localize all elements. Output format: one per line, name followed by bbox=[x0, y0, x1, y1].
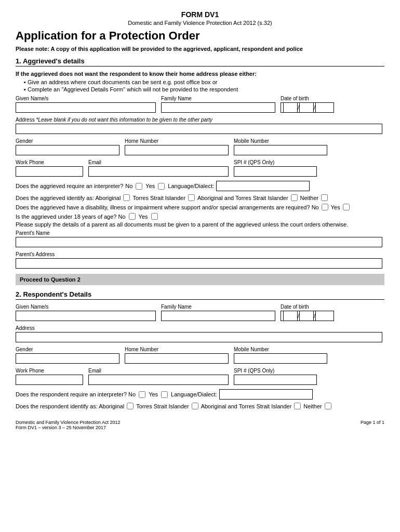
resp-gender-phone-row: Gender Home Number Mobile Number bbox=[16, 347, 384, 364]
resp-given-name-label: Given Name/s bbox=[16, 304, 156, 310]
resp-mobile-label: Mobile Number bbox=[234, 347, 327, 352]
dob-field: / / bbox=[281, 102, 332, 113]
parent-name-group: Parent's Name bbox=[16, 230, 384, 247]
aggrieved-home-number-input[interactable] bbox=[125, 145, 229, 155]
instruction-text: If the aggrieved does not want the respo… bbox=[16, 71, 384, 77]
email-label: Email bbox=[88, 159, 229, 165]
email-group: Email bbox=[88, 159, 229, 177]
resp-spi-label: SPI # (QPS Only) bbox=[234, 368, 317, 374]
disability-yes-checkbox[interactable] bbox=[343, 204, 350, 210]
under18-no-checkbox[interactable] bbox=[129, 213, 136, 220]
resp-family-name-group: Family Name bbox=[161, 304, 275, 321]
aggrieved-spi-input[interactable] bbox=[234, 166, 317, 177]
resp-identify-label: Does the respondent identify as: Aborigi… bbox=[16, 403, 124, 409]
parent-name-label: Parent's Name bbox=[16, 230, 384, 236]
under18-yes-checkbox[interactable] bbox=[151, 213, 158, 220]
interpreter-yes-checkbox[interactable] bbox=[158, 183, 165, 190]
resp-aboriginal-torres-label: Aboriginal and Torres Strait Islander bbox=[201, 403, 292, 409]
resp-family-name-label: Family Name bbox=[161, 304, 275, 310]
parent-name-input[interactable] bbox=[16, 237, 382, 247]
disability-no-checkbox[interactable] bbox=[322, 204, 328, 210]
respondent-family-name-input[interactable] bbox=[161, 311, 275, 321]
address-label: Address *Leave blank if you do not want … bbox=[16, 117, 384, 123]
respondent-work-phone-input[interactable] bbox=[16, 375, 83, 385]
footer: Domestic and Family Violence Protection … bbox=[16, 420, 384, 430]
respondent-lang-dialect-input[interactable] bbox=[219, 389, 313, 400]
resp-interpreter-label: Does the respondent require an interpret… bbox=[16, 391, 136, 397]
resp-dob-day-input[interactable] bbox=[283, 311, 298, 321]
dob-group: Date of birth / / bbox=[281, 96, 332, 113]
proceed-label: Proceed to Question 2 bbox=[20, 276, 81, 283]
resp-torres-checkbox[interactable] bbox=[192, 403, 198, 409]
work-email-spi-row: Work Phone Email SPI # (QPS Only) bbox=[16, 159, 384, 177]
parent-address-input[interactable] bbox=[16, 258, 382, 269]
resp-dob-label: Date of birth bbox=[281, 304, 332, 310]
aggrieved-email-input[interactable] bbox=[88, 166, 229, 177]
resp-interpreter-yes-checkbox[interactable] bbox=[161, 391, 168, 398]
torres-checkbox[interactable] bbox=[188, 194, 195, 201]
respondent-mobile-input[interactable] bbox=[234, 353, 327, 364]
aboriginal-torres-label: Aboriginal and Torres Strait Islander bbox=[197, 195, 288, 201]
neither-checkbox[interactable] bbox=[321, 194, 328, 201]
respondent-spi-input[interactable] bbox=[234, 375, 317, 385]
under18-yes-label: Yes bbox=[139, 214, 148, 220]
home-number-label: Home Number bbox=[125, 138, 229, 144]
aggrieved-lang-dialect-input[interactable] bbox=[216, 181, 310, 191]
app-title: Application for a Protection Order bbox=[16, 29, 384, 43]
aboriginal-checkbox[interactable] bbox=[123, 194, 130, 201]
resp-neither-checkbox[interactable] bbox=[325, 403, 331, 409]
respondent-address-input[interactable] bbox=[16, 332, 382, 342]
resp-interpreter-no-checkbox[interactable] bbox=[139, 391, 145, 398]
aggrieved-given-name-input[interactable] bbox=[16, 102, 156, 113]
dob-day-input[interactable] bbox=[283, 102, 298, 113]
aggrieved-work-phone-input[interactable] bbox=[16, 166, 83, 177]
resp-name-dob-row: Given Name/s Family Name Date of birth /… bbox=[16, 304, 384, 321]
respondent-given-name-input[interactable] bbox=[16, 311, 156, 321]
aggrieved-mobile-input[interactable] bbox=[234, 145, 327, 155]
parent-address-group: Parent's Address bbox=[16, 251, 384, 269]
aggrieved-gender-input[interactable] bbox=[16, 145, 119, 155]
resp-email-group: Email bbox=[88, 368, 229, 385]
under18-label: Is the aggrieved under 18 years of age? … bbox=[16, 214, 126, 220]
parent-address-label: Parent's Address bbox=[16, 251, 384, 257]
respondent-home-number-input[interactable] bbox=[125, 353, 229, 364]
aggrieved-family-name-input[interactable] bbox=[161, 102, 275, 113]
resp-home-number-group: Home Number bbox=[125, 347, 229, 364]
respondent-email-input[interactable] bbox=[88, 375, 229, 385]
family-name-label: Family Name bbox=[161, 96, 275, 101]
disability-yes-label: Yes bbox=[331, 204, 340, 210]
footer-left-line2: Form DV1 – version 3 – 25 November 2017 bbox=[16, 425, 120, 430]
dob-month-input[interactable] bbox=[299, 102, 314, 113]
resp-aboriginal-checkbox[interactable] bbox=[127, 403, 134, 409]
resp-email-label: Email bbox=[88, 368, 229, 374]
disability-row: Does the aggrieved have a disability, il… bbox=[16, 204, 384, 210]
aboriginal-torres-checkbox[interactable] bbox=[291, 194, 298, 201]
lang-dialect-label: Language/Dialect: bbox=[168, 183, 214, 189]
resp-dob-field: / / bbox=[281, 311, 332, 321]
resp-dob-month-input[interactable] bbox=[299, 311, 314, 321]
mobile-label: Mobile Number bbox=[234, 138, 327, 144]
interpreter-row: Does the aggrieved require an interprete… bbox=[16, 181, 384, 191]
resp-interpreter-yes-label: Yes bbox=[149, 391, 158, 397]
interpreter-yes-label: Yes bbox=[145, 183, 155, 189]
dob-year-input[interactable] bbox=[315, 102, 334, 113]
neither-label: Neither bbox=[300, 195, 318, 201]
spi-group: SPI # (QPS Only) bbox=[234, 159, 317, 177]
gender-phone-row: Gender Home Number Mobile Number bbox=[16, 138, 384, 155]
bullet1: Give an address where court documents ca… bbox=[24, 79, 384, 85]
dob-label: Date of birth bbox=[281, 96, 332, 101]
aggrieved-address-input[interactable] bbox=[16, 124, 382, 134]
interpreter-no-checkbox[interactable] bbox=[136, 183, 142, 190]
home-number-group: Home Number bbox=[125, 138, 229, 155]
resp-gender-label: Gender bbox=[16, 347, 119, 352]
bullet-list: Give an address where court documents ca… bbox=[24, 79, 384, 92]
resp-dob-year-input[interactable] bbox=[315, 311, 334, 321]
resp-home-number-label: Home Number bbox=[125, 347, 229, 352]
resp-torres-label: Torres Strait Islander bbox=[136, 403, 189, 409]
notice-text: Please note: A copy of this application … bbox=[16, 46, 384, 52]
disability-label: Does the aggrieved have a disability, il… bbox=[16, 204, 319, 210]
respondent-gender-input[interactable] bbox=[16, 353, 119, 364]
spi-label: SPI # (QPS Only) bbox=[234, 159, 317, 165]
given-name-group: Given Name/s bbox=[16, 96, 156, 113]
resp-aboriginal-torres-checkbox[interactable] bbox=[294, 403, 301, 409]
